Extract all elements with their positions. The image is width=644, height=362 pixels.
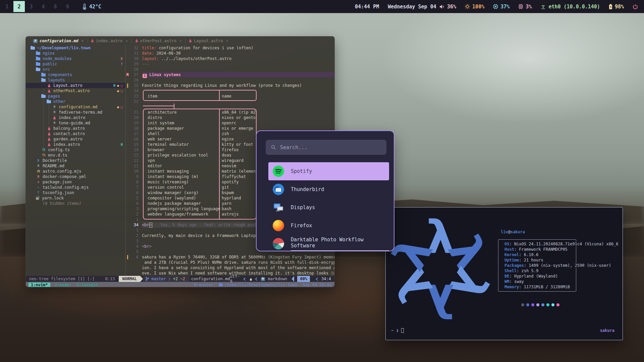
tree-item-index.astro[interactable]: index.astro xyxy=(26,115,125,120)
tree-item-tone-guide.md[interactable]: Mtone-guide.md xyxy=(26,120,125,126)
launcher-entry-firefox[interactable]: Firefox xyxy=(268,217,389,235)
editor-cursor[interactable]: > xyxy=(149,223,152,228)
tree-item-pages[interactable]: pages xyxy=(26,94,125,99)
launcher-entry-label: Darktable Photo Workflow Software xyxy=(291,237,389,251)
workspace-button-2[interactable]: 2 xyxy=(13,1,25,12)
line-text: date: 2024-08-30 xyxy=(142,51,335,56)
astro-icon xyxy=(135,39,138,44)
brightness-module[interactable]: 100% xyxy=(465,4,484,10)
folder-icon xyxy=(47,100,51,103)
tree-item-yarn.lock[interactable]: yarn.lock xyxy=(26,195,125,201)
folder-icon xyxy=(31,47,35,50)
table-cell-name: neovim xyxy=(222,163,255,169)
tree-item-layouts[interactable]: layouts xyxy=(26,77,125,83)
git-mark: E xyxy=(121,57,123,61)
tree-item-6hiddenitems[interactable]: (6 hidden items) xyxy=(26,201,125,206)
tmux-window-2:node-[interactable]: 2:node- xyxy=(55,283,72,287)
status-modules: 36% 100% 37% 3% eth0 (10.0.0.140) 98% xyxy=(439,0,644,13)
launcher-entry-thunderbird[interactable]: Thunderbird xyxy=(268,180,389,198)
launcher-entry-displays[interactable]: Displays xyxy=(268,198,389,217)
tab-index.astro[interactable]: index.astro× xyxy=(88,37,131,45)
tree-item-balcony.astro[interactable]: balcony.astro xyxy=(26,126,125,131)
chevron-left-icon xyxy=(255,277,258,281)
tree-item-tsconfig.json[interactable]: Ttsconfig.json xyxy=(26,190,125,195)
tab-configuration.md[interactable]: Mconfiguration.md× xyxy=(30,37,87,45)
workspace-button-8[interactable]: 8 xyxy=(50,1,61,12)
git-mark: □ xyxy=(121,105,123,109)
tab-close-icon[interactable]: × xyxy=(125,39,128,43)
tree-item-otherPost.astro[interactable]: otherPost.astro●□ xyxy=(26,88,125,94)
branch-name[interactable]: master xyxy=(151,277,166,281)
table-cell-item: music (streaming) xyxy=(148,179,221,185)
tmux-window-1:nvim*[interactable]: 1:nvim* xyxy=(29,283,50,287)
volume-module[interactable]: 36% xyxy=(439,4,456,10)
table-cell-name: bspwm xyxy=(222,190,255,195)
tree-item-contact.astro[interactable]: contact.astro xyxy=(26,131,125,136)
workspace-button-3[interactable]: 3 xyxy=(25,1,37,12)
tree-item-astro.config.mjs[interactable]: JSastro.config.mjs xyxy=(26,169,125,174)
tab-close-icon[interactable]: × xyxy=(226,39,228,43)
tree-item-README.md[interactable]: MREADME.md xyxy=(26,163,125,169)
tree-item-garden.astro[interactable]: garden.astro xyxy=(26,136,125,142)
heading-text: Linux systems xyxy=(149,72,181,77)
palette-dot xyxy=(551,303,554,306)
tree-item-env.d.ts[interactable]: TSenv.d.ts xyxy=(26,153,125,158)
tree-item-other[interactable]: other xyxy=(26,99,125,104)
table-cell-name: fluffychat xyxy=(222,174,255,179)
tree-item-index.astro[interactable]: index.astroH xyxy=(26,142,125,147)
line-number: 28 xyxy=(129,67,139,72)
line-text: 1Linux systems xyxy=(142,72,335,77)
tree-item-docker-compose.yml[interactable]: Ddocker-compose.yml xyxy=(26,174,125,179)
gpu-module[interactable]: 3% xyxy=(518,4,532,10)
tab-close-icon[interactable]: × xyxy=(179,39,182,43)
fetch-field-value: : 1409 (nix-system), 2590 (nix-user) xyxy=(524,263,611,268)
workspace-button-9[interactable]: 9 xyxy=(62,1,73,12)
buffer-line: 32title: configuration for devices i use… xyxy=(126,45,335,51)
ts2-icon: TS xyxy=(41,153,46,157)
search-input[interactable]: Search... xyxy=(266,140,386,155)
fetch-field: Host: Framework FRANMDCP05 xyxy=(504,247,620,252)
tree-item-Dockerfile[interactable]: DDockerfile xyxy=(26,158,125,163)
network-module[interactable]: eth0 (10.0.0.140) xyxy=(540,4,600,10)
launcher-entry-spotify[interactable]: Spotify xyxy=(268,162,389,180)
shell-prompt[interactable]: ~ ❯ xyxy=(391,328,404,333)
tree-item-tailwind.config.mjs[interactable]: ~tailwind.config.mjs xyxy=(26,185,125,190)
table-cell-item: instant messaging xyxy=(148,169,221,174)
tree-item-nginx[interactable]: nginx xyxy=(26,51,125,56)
line-number: 7 xyxy=(129,185,139,190)
tab-close-icon[interactable]: × xyxy=(82,39,84,43)
table-cell-item: compositor (wayland) xyxy=(148,195,221,201)
line-text: Favorite things regarding Linux and my w… xyxy=(142,83,335,88)
palette-dot xyxy=(531,303,534,306)
tree-item-fediverse-terms.md[interactable]: Mfediverse-terms.md xyxy=(26,110,125,115)
tab-otherPost.astro[interactable]: otherPost.astro× xyxy=(132,37,185,45)
tree-item-package.json[interactable]: npackage.json xyxy=(26,179,125,185)
fetch-field-value: : 6.10.6 xyxy=(519,252,538,257)
cpu-icon xyxy=(493,4,498,9)
table-cell-item: distro xyxy=(148,115,221,120)
tab-Layout.astro[interactable]: Layout.astro× xyxy=(185,37,232,45)
power-button[interactable] xyxy=(633,4,638,9)
tree-item-components[interactable]: components xyxy=(26,72,125,77)
tree-item-Developmentliv.town[interactable]: ~/Development/liv.town xyxy=(26,45,125,51)
brightness-icon xyxy=(465,4,470,9)
launcher-entry-darktable[interactable]: Darktable Photo Workflow Software xyxy=(268,235,389,251)
buffer-line: ion. I have a setup consisting of Hyprla… xyxy=(126,265,335,270)
line-number: 9 xyxy=(129,174,139,179)
battery-module[interactable]: 98% xyxy=(609,4,624,10)
tree-item-src[interactable]: src xyxy=(26,67,125,72)
tree-item-Layout.astro[interactable]: Layout.astroH●□ xyxy=(26,83,125,88)
tree-item-public[interactable]: public? xyxy=(26,61,125,67)
line-number: 1 xyxy=(129,217,139,222)
workspace-button-4[interactable]: 4 xyxy=(38,1,49,12)
tree-item-nodemodules[interactable]: node_modulesE xyxy=(26,56,125,61)
cpu-module[interactable]: 37% xyxy=(493,4,509,10)
speaker-icon xyxy=(439,4,445,9)
tmux-window-3:lazygit[interactable]: 3:lazygit xyxy=(76,283,98,287)
git-changed-count: ~2 xyxy=(180,277,185,281)
tree-item-label: README.md xyxy=(43,164,64,168)
workspace-button-1[interactable]: 1 xyxy=(1,1,13,12)
tree-item-config.ts[interactable]: TSconfig.ts xyxy=(26,147,125,153)
tree-item-configuration.md[interactable]: Mconfiguration.md●□ xyxy=(26,104,125,110)
table-cell-name: doas xyxy=(222,153,255,158)
